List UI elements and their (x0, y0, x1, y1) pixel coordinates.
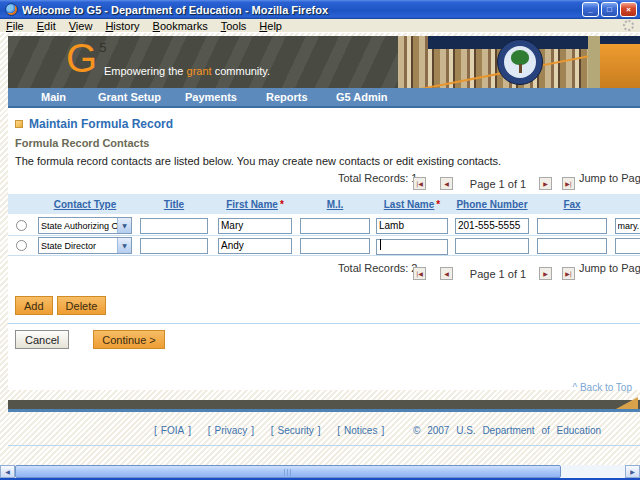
prev-page-button[interactable]: ◀ (440, 177, 453, 190)
footer-orange-triangle (616, 397, 638, 409)
menu-bookmarks[interactable]: Bookmarks (153, 20, 208, 32)
page-indicator: Page 1 of 1 (469, 268, 527, 280)
banner-orange-block (600, 44, 640, 88)
bullet-icon (15, 120, 23, 128)
row1-contact-type-select[interactable]: State Authorizing Official ▼ (38, 217, 132, 234)
cancel-button[interactable]: Cancel (15, 330, 69, 349)
table-row: State Authorizing Official ▼ (8, 216, 640, 236)
title-bar: Welcome to G5 - Department of Education … (0, 0, 640, 19)
prev-page-button[interactable]: ◀ (440, 267, 453, 280)
col-header-first-name[interactable]: First Name (226, 199, 278, 210)
maximize-button[interactable]: □ (601, 2, 618, 17)
row2-last-name-input[interactable] (376, 239, 448, 255)
scroll-left-button[interactable]: ◀ (0, 465, 15, 478)
banner-tagline: Empowering the grant community. (104, 65, 270, 77)
col-header-phone[interactable]: Phone Number (456, 199, 527, 210)
row1-title-input[interactable] (140, 218, 208, 234)
row1-select-radio[interactable] (16, 220, 27, 231)
col-header-mi[interactable]: M.I. (327, 199, 344, 210)
page-description: The formula record contacts are listed b… (15, 155, 640, 168)
nav-reports[interactable]: Reports (266, 91, 308, 103)
text-cursor (380, 239, 381, 250)
footer-link-privacy[interactable]: Privacy (214, 425, 247, 436)
next-page-button[interactable]: ▶ (539, 177, 552, 190)
scrollbar-track[interactable] (15, 465, 625, 478)
row2-fax-input[interactable] (537, 238, 607, 254)
page-title: Maintain Formula Record (29, 117, 173, 131)
footer-link-notices[interactable]: Notices (344, 425, 377, 436)
total-records-top: Total Records: 1 (338, 172, 417, 184)
last-page-button[interactable]: ▶| (562, 177, 575, 190)
scrollbar-thumb[interactable] (15, 465, 561, 478)
first-page-button[interactable]: |◀ (413, 177, 426, 190)
total-records-bottom: Total Records: 2 (338, 262, 417, 274)
row1-first-name-input[interactable] (218, 218, 292, 234)
table-header-row: Contact Type Title First Name* M.I. Last… (8, 194, 640, 214)
row1-email-input[interactable] (615, 218, 640, 234)
menu-view[interactable]: View (69, 20, 93, 32)
menu-history[interactable]: History (105, 20, 139, 32)
horizontal-scrollbar[interactable]: ◀ ▶ (0, 465, 640, 478)
scrollbar-grip (284, 469, 293, 476)
row2-phone-input[interactable] (455, 238, 529, 254)
required-marker: * (436, 199, 440, 210)
content-area: Maintain Formula Record Formula Record C… (8, 108, 640, 390)
row2-select-radio[interactable] (16, 240, 27, 251)
row2-contact-type-select[interactable]: State Director ▼ (38, 237, 132, 254)
nav-grant-setup[interactable]: Grant Setup (98, 91, 161, 103)
main-nav: Main Grant Setup Payments Reports G5 Adm… (8, 88, 640, 108)
menu-file[interactable]: File (6, 20, 24, 32)
row2-title-input[interactable] (140, 238, 208, 254)
row1-mi-input[interactable] (300, 218, 370, 234)
chevron-down-icon: ▼ (117, 218, 131, 233)
footer: [FOIA] [Privacy] [Security] [Notices] © … (150, 425, 640, 438)
row2-email-input[interactable] (615, 238, 640, 254)
next-page-button[interactable]: ▶ (539, 267, 552, 280)
col-header-fax[interactable]: Fax (563, 199, 580, 210)
banner-khaki-strip (588, 36, 600, 88)
table-row: State Director ▼ (8, 236, 640, 256)
pager-bottom: Total Records: 2 |◀ ◀ Page 1 of 1 ▶ ▶| J… (8, 260, 640, 284)
browser-window: Welcome to G5 - Department of Education … (0, 0, 640, 480)
divider (8, 445, 640, 446)
add-button[interactable]: Add (15, 296, 53, 315)
last-page-button[interactable]: ▶| (562, 267, 575, 280)
firefox-icon (5, 3, 18, 16)
throbber-icon (623, 20, 634, 31)
nav-g5-admin[interactable]: G5 Admin (336, 91, 388, 103)
nav-payments[interactable]: Payments (185, 91, 237, 103)
delete-button[interactable]: Delete (57, 296, 107, 315)
col-header-contact-type[interactable]: Contact Type (54, 199, 117, 210)
back-to-top-link[interactable]: ^ Back to Top (572, 382, 632, 393)
row2-first-name-input[interactable] (218, 238, 292, 254)
jump-to-page-label: Jump to Page (579, 172, 640, 184)
required-marker: * (280, 199, 284, 210)
scroll-right-button[interactable]: ▶ (625, 465, 640, 478)
footer-band (8, 400, 640, 412)
window-title: Welcome to G5 - Department of Education … (22, 4, 582, 16)
footer-link-foia[interactable]: FOIA (161, 425, 184, 436)
department-of-education-seal (497, 39, 543, 85)
contacts-table: Contact Type Title First Name* M.I. Last… (8, 194, 640, 256)
menu-edit[interactable]: Edit (37, 20, 56, 32)
col-header-last-name[interactable]: Last Name (384, 199, 435, 210)
menu-help[interactable]: Help (259, 20, 282, 32)
nav-main[interactable]: Main (41, 91, 66, 103)
menu-tools[interactable]: Tools (221, 20, 247, 32)
menu-bar: File Edit View History Bookmarks Tools H… (0, 19, 640, 33)
col-header-title[interactable]: Title (164, 199, 184, 210)
banner: G5 Empowering the grant community. (8, 36, 640, 88)
copyright: © 2007 U.S. Department of Education (413, 425, 601, 436)
jump-to-page-label: Jump to Page (579, 262, 640, 274)
close-button[interactable]: × (620, 2, 637, 17)
footer-link-security[interactable]: Security (278, 425, 314, 436)
g5-logo: G5 (66, 38, 106, 78)
pager-top: Total Records: 1 |◀ ◀ Page 1 of 1 ▶ ▶| J… (8, 170, 640, 194)
row1-phone-input[interactable] (455, 218, 529, 234)
row1-fax-input[interactable] (537, 218, 607, 234)
first-page-button[interactable]: |◀ (413, 267, 426, 280)
continue-button[interactable]: Continue > (93, 330, 165, 349)
minimize-button[interactable]: _ (582, 2, 599, 17)
row1-last-name-input[interactable] (376, 218, 448, 234)
row2-mi-input[interactable] (300, 238, 370, 254)
